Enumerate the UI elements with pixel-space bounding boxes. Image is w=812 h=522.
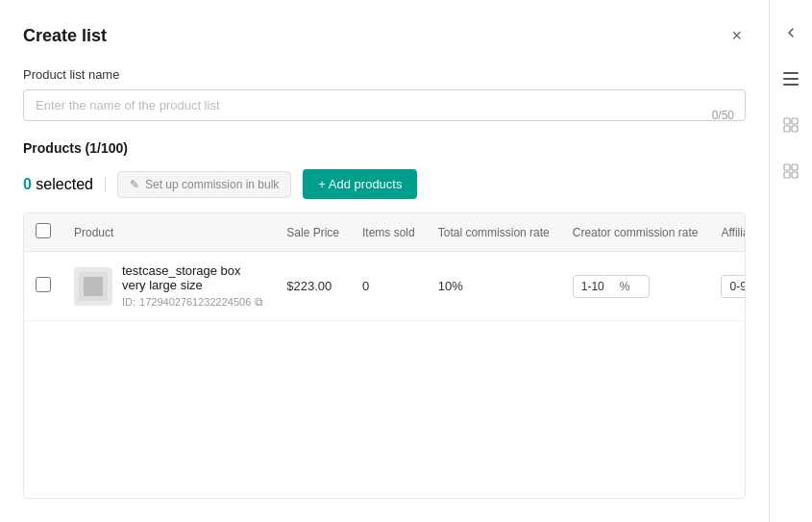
actions-row: 0 selected ✎ Set up commission in bulk +…	[23, 169, 746, 199]
menu-icon[interactable]	[777, 65, 804, 92]
svg-rect-4	[783, 84, 799, 86]
row-checkbox[interactable]	[36, 277, 51, 292]
svg-rect-7	[784, 126, 790, 132]
header-checkbox-cell	[24, 213, 62, 252]
row-sale-price: $223.00	[275, 252, 351, 321]
product-thumbnail	[74, 267, 112, 306]
row-commission-rate: 10%	[427, 252, 561, 321]
products-table: Product Sale Price Items sold Total comm…	[24, 213, 746, 321]
affiliate-commission-input-wrapper: %	[721, 275, 746, 298]
sidebar-icon-1[interactable]	[777, 112, 804, 138]
svg-rect-6	[792, 118, 798, 124]
select-all-checkbox[interactable]	[36, 223, 51, 238]
vertical-divider	[105, 177, 106, 192]
svg-rect-5	[784, 118, 790, 124]
header-total-commission: Total commission rate	[427, 213, 561, 252]
commission-icon: ✎	[130, 178, 139, 191]
affiliate-commission-input[interactable]	[729, 280, 746, 293]
modal-title: Create list	[23, 26, 107, 46]
selected-count: 0 selected	[23, 176, 93, 193]
add-products-button[interactable]: + Add products	[303, 169, 417, 199]
sidebar	[769, 0, 812, 522]
svg-rect-2	[783, 72, 799, 74]
svg-rect-11	[784, 172, 790, 178]
row-checkbox-cell	[24, 252, 62, 321]
row-product-cell: testcase_storage box very large size ID:…	[62, 252, 275, 321]
commission-bulk-button[interactable]: ✎ Set up commission in bulk	[117, 171, 291, 198]
header-affiliate-commission: Affiliate partner commission ra	[709, 213, 746, 252]
header-creator-commission: Creator commission rate	[561, 213, 710, 252]
product-list-name-label: Product list name	[23, 67, 746, 82]
products-header: Products (1/100)	[23, 140, 746, 156]
modal: Create list × Product list name 0/50 Pro…	[0, 0, 769, 522]
svg-rect-3	[783, 78, 799, 80]
row-affiliate-commission: %	[709, 252, 746, 321]
close-button[interactable]: ×	[727, 23, 746, 48]
product-info: testcase_storage box very large size ID:…	[122, 263, 263, 309]
header-items-sold: Items sold	[351, 213, 427, 252]
creator-commission-input-wrapper: %	[573, 275, 650, 298]
table-header-row: Product Sale Price Items sold Total comm…	[24, 213, 746, 252]
product-list-name-wrapper: 0/50	[23, 89, 746, 140]
creator-commission-input[interactable]	[581, 280, 616, 293]
creator-commission-pct: %	[620, 280, 630, 293]
char-count: 0/50	[712, 109, 734, 122]
product-image-placeholder	[79, 272, 108, 301]
svg-rect-10	[792, 164, 798, 170]
row-creator-commission: %	[561, 252, 710, 321]
product-name: testcase_storage box very large size	[122, 263, 263, 292]
chevron-left-icon[interactable]	[777, 19, 804, 46]
row-items-sold: 0	[351, 252, 427, 321]
svg-rect-1	[84, 277, 103, 296]
sidebar-icon-2[interactable]	[777, 158, 804, 185]
product-id: ID: 1729402761232224506 ⧉	[122, 295, 263, 309]
svg-rect-8	[792, 126, 798, 132]
svg-rect-9	[784, 164, 790, 170]
product-cell: testcase_storage box very large size ID:…	[74, 263, 263, 309]
table-row: testcase_storage box very large size ID:…	[24, 252, 746, 321]
product-list-name-input[interactable]	[23, 89, 746, 121]
products-table-wrapper: Product Sale Price Items sold Total comm…	[23, 212, 746, 499]
copy-id-icon[interactable]: ⧉	[255, 295, 263, 309]
header-sale-price: Sale Price	[275, 213, 351, 252]
header-product: Product	[62, 213, 275, 252]
products-title: Products (1/100)	[23, 140, 128, 156]
svg-rect-12	[792, 172, 798, 178]
modal-header: Create list ×	[23, 23, 746, 48]
